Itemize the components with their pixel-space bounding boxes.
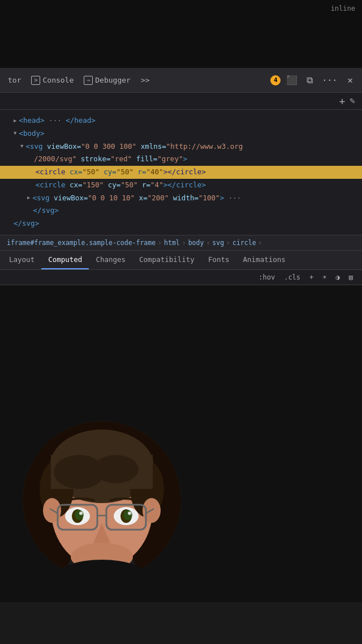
warning-badge: 4 xyxy=(270,75,281,85)
breadcrumb-html[interactable]: html xyxy=(164,239,180,247)
console-label: Console xyxy=(42,76,74,84)
tab-fonts[interactable]: Fonts xyxy=(201,251,236,269)
tree-line-close-svg-outer[interactable]: </svg> xyxy=(0,217,362,230)
add-style-button[interactable]: + xyxy=(307,272,316,282)
svg-point-24 xyxy=(128,512,131,515)
toolbar-right: 4 ⬛ ⧉ ··· ✕ xyxy=(270,72,357,88)
inspector-tab[interactable]: tor xyxy=(5,74,24,87)
more-tabs-button[interactable]: >> xyxy=(137,74,153,87)
hov-button[interactable]: :hov xyxy=(256,272,277,282)
triangle-head: ▶ xyxy=(14,117,16,125)
debugger-tab[interactable]: ⇒ Debugger xyxy=(80,74,134,87)
tree-line-close-svg[interactable]: </svg> xyxy=(0,204,362,217)
triangle-svg-outer: ▼ xyxy=(20,143,23,151)
add-rule-icon[interactable]: + xyxy=(339,95,346,107)
styles-toolbar: :hov .cls + ☀ ◑ ▤ inline xyxy=(0,270,362,285)
console-tab[interactable]: > Console xyxy=(28,74,77,87)
pencil-icon[interactable]: ✎ xyxy=(350,95,355,107)
triangle-body: ▼ xyxy=(14,130,16,138)
main-content-area xyxy=(0,285,362,602)
tree-line-svg-outer-cont: /2000/svg" stroke="red" fill="grey" > xyxy=(0,153,362,166)
breadcrumb-bar: iframe#frame_example.sample-code-frame ›… xyxy=(0,235,362,251)
svg-point-21 xyxy=(75,510,84,520)
breadcrumb-iframe[interactable]: iframe#frame_example.sample-code-frame xyxy=(7,239,156,247)
debugger-icon: ⇒ xyxy=(84,76,93,85)
tree-line-head[interactable]: ▶ <head> ··· </head> xyxy=(0,114,362,127)
svg-point-23 xyxy=(79,512,83,515)
inspector-label: tor xyxy=(8,76,21,84)
tree-line-circle1[interactable]: <circle cx="50" cy="50" r="40" ></circle… xyxy=(0,166,362,179)
svg-point-22 xyxy=(123,510,132,520)
tree-line-circle2[interactable]: <circle cx="150" cy="50" r="4" ></circle… xyxy=(0,179,362,192)
tabs-bar: Layout Computed Changes Compatibility Fo… xyxy=(0,251,362,270)
tab-animations[interactable]: Animations xyxy=(236,251,292,269)
tab-computed[interactable]: Computed xyxy=(41,251,89,269)
doc-button[interactable]: ▤ xyxy=(347,272,355,282)
inline-label: inline xyxy=(331,5,355,12)
more-options-button[interactable]: ··· xyxy=(318,73,341,88)
tab-compatibility[interactable]: Compatibility xyxy=(132,251,201,269)
devtools-toolbar: tor > Console ⇒ Debugger >> 4 ⬛ ⧉ ··· ✕ xyxy=(0,68,362,93)
more-tabs-icon: >> xyxy=(141,76,150,84)
breadcrumb-body[interactable]: body xyxy=(188,239,204,247)
light-theme-button[interactable]: ☀ xyxy=(320,272,329,282)
tab-changes[interactable]: Changes xyxy=(89,251,132,269)
cls-button[interactable]: .cls xyxy=(282,272,303,282)
layout-icon[interactable]: ⬛ xyxy=(283,72,301,88)
console-icon: > xyxy=(31,76,40,85)
breadcrumb-svg[interactable]: svg xyxy=(212,239,224,247)
debugger-label: Debugger xyxy=(95,76,131,84)
top-dark-area xyxy=(0,0,362,68)
tree-line-svg-inner[interactable]: ▶ <svg viewBox="0 0 10 10" x="200" width… xyxy=(0,192,362,205)
triangle-circle2 xyxy=(27,181,33,189)
triangle-svg-inner: ▶ xyxy=(27,194,30,202)
tree-line-body[interactable]: ▼ <body> xyxy=(0,127,362,140)
close-button[interactable]: ✕ xyxy=(343,72,357,88)
triangle-circle1 xyxy=(27,169,33,177)
face-svg xyxy=(23,421,181,579)
svg-point-9 xyxy=(93,455,139,483)
separate-window-icon[interactable]: ⧉ xyxy=(303,72,316,88)
edit-toolbar: + ✎ xyxy=(0,93,362,110)
tab-layout[interactable]: Layout xyxy=(2,251,41,269)
tree-line-svg-outer[interactable]: ▼ <svg viewBox="0 0 300 100" xmlns="http… xyxy=(0,140,362,153)
dark-theme-button[interactable]: ◑ xyxy=(334,272,342,282)
breadcrumb-circle[interactable]: circle xyxy=(232,239,256,247)
html-tree-panel: ▶ <head> ··· </head> ▼ <body> ▼ <svg vie… xyxy=(0,110,362,235)
circle-avatar xyxy=(23,421,181,579)
